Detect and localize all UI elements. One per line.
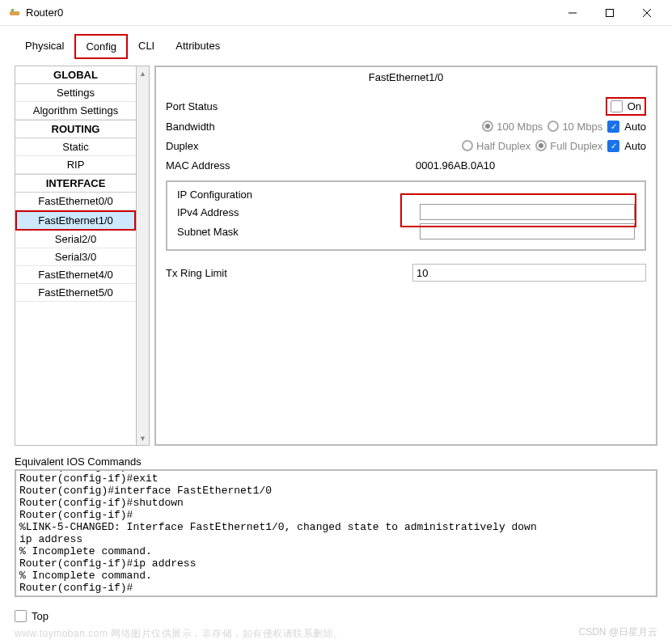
duplex-auto-checkbox[interactable]: ✓ bbox=[607, 140, 619, 152]
panel-title: FastEthernet1/0 bbox=[166, 69, 646, 86]
row-mac: MAC Address bbox=[166, 156, 646, 174]
sidebar-header-interface: INTERFACE bbox=[15, 174, 136, 193]
sidebar-item-s20[interactable]: Serial2/0 bbox=[15, 231, 136, 248]
maximize-button[interactable] bbox=[591, 0, 628, 26]
bandwidth-auto-checkbox[interactable]: ✓ bbox=[607, 121, 619, 133]
radio-icon bbox=[482, 121, 493, 132]
config-panel: FastEthernet1/0 Port Status On Bandwidth… bbox=[154, 66, 657, 446]
tab-cli[interactable]: CLI bbox=[128, 34, 165, 59]
ip-config-label: IP Configuration bbox=[177, 189, 635, 201]
tab-attributes[interactable]: Attributes bbox=[165, 34, 230, 59]
row-txring: Tx Ring Limit bbox=[166, 264, 646, 282]
tab-bar: Physical Config CLI Attributes bbox=[0, 26, 672, 59]
close-button[interactable] bbox=[628, 0, 666, 26]
ios-section: Equivalent IOS Commands Router(config-if… bbox=[0, 452, 672, 605]
tab-physical[interactable]: Physical bbox=[15, 34, 74, 59]
mac-address-input[interactable] bbox=[412, 156, 646, 174]
duplex-label: Duplex bbox=[166, 140, 271, 152]
row-duplex: Duplex Half Duplex Full Duplex ✓ Auto bbox=[166, 137, 646, 155]
subnet-mask-input[interactable] bbox=[420, 223, 635, 239]
titlebar: Router0 bbox=[0, 0, 672, 26]
sidebar-header-routing: ROUTING bbox=[15, 120, 136, 138]
sidebar: GLOBAL Settings Algorithm Settings ROUTI… bbox=[15, 66, 136, 446]
sidebar-item-fe00[interactable]: FastEthernet0/0 bbox=[15, 193, 136, 210]
top-label: Top bbox=[32, 610, 49, 622]
sidebar-item-settings[interactable]: Settings bbox=[15, 84, 136, 102]
port-status-checkbox[interactable] bbox=[611, 100, 623, 112]
ipv4-address-input[interactable] bbox=[420, 204, 635, 220]
window-title: Router0 bbox=[26, 6, 554, 19]
radio-100mbps[interactable]: 100 Mbps bbox=[482, 121, 543, 133]
sidebar-item-rip[interactable]: RIP bbox=[15, 156, 136, 174]
ipv4-label: IPv4 Address bbox=[177, 206, 274, 218]
port-status-on-box: On bbox=[606, 97, 646, 116]
footer: Top bbox=[0, 605, 672, 627]
ios-title: Equivalent IOS Commands bbox=[15, 455, 657, 468]
sidebar-item-fe40[interactable]: FastEthernet4/0 bbox=[15, 266, 136, 284]
on-label: On bbox=[628, 100, 641, 112]
ios-terminal[interactable]: Router(config-if)# Router(config-if)#exi… bbox=[15, 469, 657, 597]
watermark-right: CSDN @日星月云 bbox=[578, 625, 657, 639]
maximize-icon bbox=[606, 9, 614, 17]
radio-icon bbox=[547, 121, 559, 132]
watermark-left: www.toymoban.com 网络图片仅供展示，非存储，如有侵权请联系删除。 bbox=[0, 627, 672, 644]
radio-10mbps[interactable]: 10 Mbps bbox=[547, 121, 602, 133]
svg-rect-3 bbox=[606, 9, 614, 16]
txring-label: Tx Ring Limit bbox=[166, 267, 271, 279]
minimize-icon bbox=[568, 9, 577, 17]
sidebar-wrap: GLOBAL Settings Algorithm Settings ROUTI… bbox=[15, 66, 150, 446]
sidebar-item-fe10[interactable]: FastEthernet1/0 bbox=[15, 210, 136, 231]
main-area: GLOBAL Settings Algorithm Settings ROUTI… bbox=[0, 59, 672, 452]
row-bandwidth: Bandwidth 100 Mbps 10 Mbps ✓ Auto bbox=[166, 117, 646, 135]
row-port-status: Port Status On bbox=[166, 97, 646, 116]
row-ipv4: IPv4 Address bbox=[177, 204, 635, 220]
radio-icon bbox=[462, 140, 473, 151]
subnet-label: Subnet Mask bbox=[177, 226, 274, 238]
duplex-auto-label: Auto bbox=[624, 140, 646, 152]
ip-configuration-group: IP Configuration IPv4 Address Subnet Mas… bbox=[166, 180, 646, 251]
bandwidth-label: Bandwidth bbox=[166, 121, 271, 133]
sidebar-item-algorithm-settings[interactable]: Algorithm Settings bbox=[15, 102, 136, 120]
svg-rect-1 bbox=[11, 9, 14, 11]
radio-icon bbox=[535, 140, 547, 151]
row-subnet: Subnet Mask bbox=[177, 223, 635, 239]
sidebar-scrollbar[interactable]: ▲ ▼ bbox=[136, 66, 150, 446]
port-status-label: Port Status bbox=[166, 100, 271, 112]
tab-config[interactable]: Config bbox=[74, 34, 128, 59]
app-icon bbox=[8, 6, 21, 19]
mac-label: MAC Address bbox=[166, 159, 271, 172]
radio-half-duplex[interactable]: Half Duplex bbox=[462, 140, 530, 152]
scroll-down-icon[interactable]: ▼ bbox=[137, 431, 149, 445]
radio-full-duplex[interactable]: Full Duplex bbox=[535, 140, 602, 152]
sidebar-item-s30[interactable]: Serial3/0 bbox=[15, 248, 136, 266]
scroll-up-icon[interactable]: ▲ bbox=[137, 66, 149, 80]
sidebar-item-static[interactable]: Static bbox=[15, 138, 136, 156]
bandwidth-auto-label: Auto bbox=[624, 121, 646, 133]
minimize-button[interactable] bbox=[554, 0, 591, 26]
sidebar-header-global: GLOBAL bbox=[15, 66, 136, 84]
top-checkbox[interactable] bbox=[15, 610, 27, 622]
txring-input[interactable] bbox=[412, 264, 646, 282]
sidebar-item-fe50[interactable]: FastEthernet5/0 bbox=[15, 284, 136, 302]
svg-rect-0 bbox=[10, 11, 19, 15]
close-icon bbox=[643, 9, 651, 17]
